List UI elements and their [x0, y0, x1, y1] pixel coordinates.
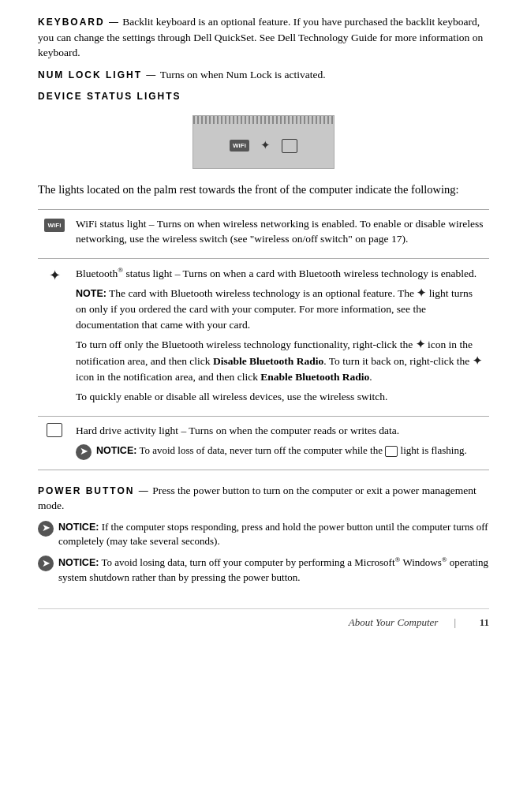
bt-extra2: To quickly enable or disable all wireles…: [76, 389, 484, 405]
notice-arrow-1-icon: ➤: [38, 521, 54, 537]
power-notice-2-text: NOTICE: To avoid losing data, turn off y…: [58, 555, 489, 585]
table-row: WiFi WiFi status light – Turns on when w…: [38, 209, 489, 258]
hdd-text: Hard drive activity light – Turns on whe…: [76, 423, 484, 439]
device-status-heading: DEVICE STATUS LIGHTS: [38, 90, 489, 103]
reg-mark-ms: ®: [395, 556, 401, 563]
table-row: Hard drive activity light – Turns on whe…: [38, 416, 489, 470]
keyboard-label: KEYBOARD: [38, 17, 105, 28]
wifi-icon: WiFi: [44, 219, 65, 233]
hdd-icon-inline: [385, 446, 398, 457]
wifi-content-cell: WiFi status light – Turns on when wirele…: [71, 209, 489, 258]
hdd-icon-img: [282, 139, 297, 153]
notice-label-1: NOTICE:: [58, 522, 99, 533]
power-button-label: POWER BUTTON: [38, 485, 134, 496]
hdd-icon-cell: [38, 416, 71, 470]
bluetooth-icon-img: ✦: [260, 137, 271, 155]
num-lock-label: NUM LOCK LIGHT: [38, 69, 142, 80]
footer-text: About Your Computer: [38, 616, 454, 631]
wifi-badge-icon: WiFi: [230, 140, 249, 152]
num-lock-dash: —: [142, 69, 160, 80]
enable-bt-label: Enable Bluetooth Radio: [260, 371, 369, 383]
table-row: ✦ Bluetooth® status light – Turns on whe…: [38, 258, 489, 416]
notice-arrow-2-icon: ➤: [38, 556, 54, 571]
keyboard-dash: —: [105, 17, 123, 28]
disable-bt-label: Disable Bluetooth Radio: [213, 355, 323, 367]
status-table: WiFi WiFi status light – Turns on when w…: [38, 209, 489, 470]
hdd-icon: [47, 423, 62, 437]
footer-separator: |: [454, 616, 456, 631]
note-label: NOTE:: [76, 288, 107, 299]
notice-arrow-icon: ➤: [76, 444, 92, 460]
power-button-section: POWER BUTTON — Press the power button to…: [38, 483, 489, 586]
hdd-notice-block: ➤ NOTICE: To avoid loss of data, never t…: [76, 443, 484, 460]
keyboard-section: KEYBOARD — Backlit keyboard is an option…: [38, 14, 489, 61]
footer: About Your Computer | 11: [38, 608, 489, 631]
bt-icon-inline3: ✦: [473, 355, 482, 367]
hdd-notice-text: NOTICE: To avoid loss of data, never tur…: [96, 443, 467, 458]
wifi-text: WiFi status light – Turns on when wirele…: [76, 216, 484, 247]
bt-extra1: To turn off only the Bluetooth wireless …: [76, 337, 484, 384]
power-button-para: POWER BUTTON — Press the power button to…: [38, 483, 489, 514]
wifi-icon-cell: WiFi: [38, 209, 71, 258]
bt-main-text: Bluetooth® status light – Turns on when …: [76, 265, 484, 281]
bt-content-cell: Bluetooth® status light – Turns on when …: [71, 258, 489, 416]
device-image-container: WiFi ✦: [38, 115, 489, 169]
bt-icon-inline2: ✦: [416, 339, 425, 350]
device-image: WiFi ✦: [192, 115, 335, 169]
num-lock-section: NUM LOCK LIGHT — Turns on when Num Lock …: [38, 67, 489, 83]
bt-icon-cell: ✦: [38, 258, 71, 416]
num-lock-text: Turns on when Num Lock is activated.: [160, 69, 326, 80]
power-notice-1-block: ➤ NOTICE: If the computer stops respondi…: [38, 520, 489, 549]
reg-mark-win: ®: [442, 556, 447, 563]
hdd-content-cell: Hard drive activity light – Turns on whe…: [71, 416, 489, 470]
palm-text: The lights located on the palm rest towa…: [38, 181, 489, 198]
notice-label-2: NOTICE:: [58, 558, 99, 569]
power-button-dash: —: [134, 485, 152, 496]
power-notice-1-text: NOTICE: If the computer stops responding…: [58, 520, 489, 549]
footer-page-num: 11: [465, 616, 489, 631]
power-notice-2-block: ➤ NOTICE: To avoid losing data, turn off…: [38, 555, 489, 585]
bt-icon-inline1: ✦: [417, 287, 426, 299]
registered-mark: ®: [118, 266, 123, 274]
notice-label-hdd: NOTICE:: [96, 445, 136, 456]
bt-note: NOTE: The card with Bluetooth wireless t…: [76, 286, 484, 332]
device-image-icons: WiFi ✦: [230, 137, 297, 155]
device-image-dots: [193, 116, 334, 124]
bluetooth-icon: ✦: [49, 268, 61, 283]
